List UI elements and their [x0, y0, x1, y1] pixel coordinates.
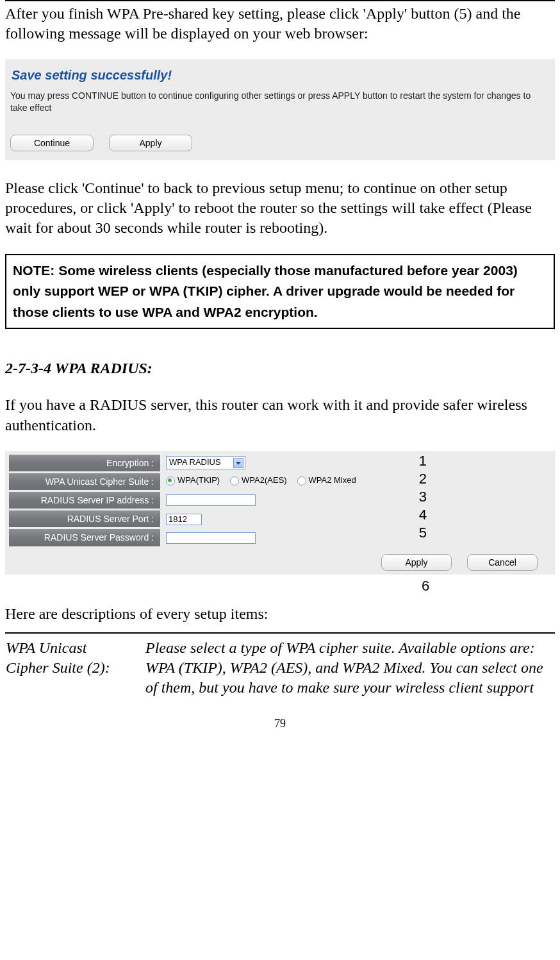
table-row: RADIUS Server IP address :: [9, 492, 434, 509]
section-heading: 2-7-3-4 WPA RADIUS:: [5, 358, 555, 378]
intro-paragraph-1: After you finish WPA Pre-shared key sett…: [5, 4, 555, 44]
callout-1: 1: [419, 452, 427, 471]
cipher-radio-wpa2-aes[interactable]: WPA2(AES): [230, 475, 287, 486]
apply-button-form[interactable]: Apply: [381, 554, 452, 571]
page-number: 79: [5, 716, 555, 731]
note-box: NOTE: Some wireless clients (especially …: [5, 254, 555, 330]
apply-button-save[interactable]: Apply: [109, 135, 192, 151]
wpa-radius-form-panel: 1 2 3 4 5 Encryption : WPA RADIUS WPA Un…: [5, 451, 555, 575]
radius-port-field-cell: [162, 510, 434, 527]
table-row: RADIUS Server Password :: [9, 529, 434, 546]
radius-ip-input[interactable]: [166, 494, 256, 506]
encryption-label: Encryption :: [9, 455, 160, 471]
wpa-radius-form-table: Encryption : WPA RADIUS WPA Unicast Ciph…: [7, 453, 436, 548]
radius-port-input[interactable]: [166, 514, 202, 525]
table-row: RADIUS Server Port :: [9, 510, 434, 527]
radio-icon: [297, 476, 306, 485]
continue-button[interactable]: Continue: [10, 135, 94, 151]
radio-icon: [230, 476, 239, 485]
form-button-row: Apply Cancel: [7, 551, 553, 571]
cipher-radio-wpa-tkip[interactable]: WPA(TKIP): [166, 475, 220, 486]
cipher-option-label: WPA(TKIP): [177, 475, 220, 486]
desc-term-cell: WPA Unicast Cipher Suite (2):: [5, 637, 145, 699]
radius-password-label: RADIUS Server Password :: [9, 529, 160, 546]
save-setting-title: Save setting successfully!: [12, 67, 550, 83]
table-row: WPA Unicast Cipher Suite (2): Please sel…: [5, 637, 555, 699]
table-row: Encryption : WPA RADIUS: [9, 455, 434, 471]
cipher-option-label: WPA2(AES): [242, 475, 287, 486]
cancel-button[interactable]: Cancel: [467, 554, 538, 571]
radius-password-input[interactable]: [166, 532, 256, 544]
radius-ip-field-cell: [162, 492, 434, 509]
callout-3: 3: [419, 488, 427, 507]
desc-definition-cell: Please select a type of WPA cipher suite…: [145, 637, 555, 699]
cipher-label: WPA Unicast Cipher Suite :: [9, 473, 160, 490]
save-setting-panel: Save setting successfully! You may press…: [5, 59, 555, 160]
callout-5: 5: [419, 524, 427, 543]
descriptions-table: WPA Unicast Cipher Suite (2): Please sel…: [5, 637, 555, 699]
callout-4: 4: [419, 506, 427, 525]
intro-paragraph-3: If you have a RADIUS server, this router…: [5, 395, 555, 435]
descriptions-rule: [5, 632, 555, 634]
table-row: WPA Unicast Cipher Suite : WPA(TKIP) WPA…: [9, 473, 434, 490]
cipher-field-cell: WPA(TKIP) WPA2(AES) WPA2 Mixed: [162, 473, 434, 490]
radius-ip-label: RADIUS Server IP address :: [9, 492, 160, 509]
cipher-radio-wpa2-mixed[interactable]: WPA2 Mixed: [297, 475, 356, 486]
encryption-select-value: WPA RADIUS: [169, 457, 221, 467]
descriptions-intro: Here are descriptions of every setup ite…: [5, 604, 555, 624]
radius-password-field-cell: [162, 529, 434, 546]
cipher-option-label: WPA2 Mixed: [309, 475, 356, 486]
save-setting-description: You may press CONTINUE button to continu…: [10, 90, 550, 113]
intro-paragraph-2: Please click 'Continue' to back to previ…: [5, 178, 555, 239]
desc-term-line1: WPA Unicast: [6, 639, 86, 656]
radio-icon: [166, 476, 175, 485]
callout-6: 6: [422, 577, 555, 596]
encryption-field-cell: WPA RADIUS: [162, 455, 434, 471]
callout-2: 2: [419, 470, 427, 489]
encryption-select[interactable]: WPA RADIUS: [166, 456, 245, 469]
desc-term-line2: Cipher Suite (2):: [6, 659, 110, 676]
radius-port-label: RADIUS Server Port :: [9, 510, 160, 527]
page-top-rule: [5, 0, 555, 1]
